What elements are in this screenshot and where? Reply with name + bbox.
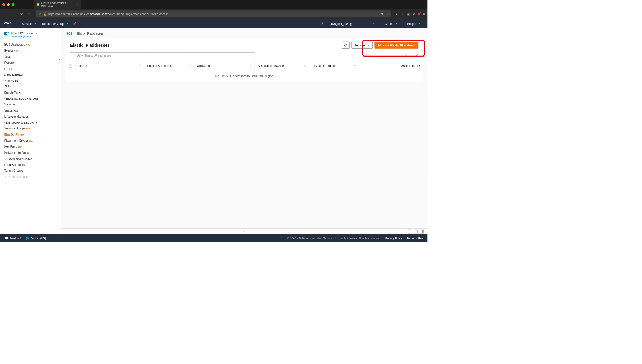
- next-page-button[interactable]: ›: [410, 54, 410, 57]
- column-header-name[interactable]: Name▽: [76, 62, 144, 70]
- table-header-row: Name▽ Public IPv4 address▽ Allocation ID…: [65, 62, 423, 70]
- main-content: EC2 › Elastic IP addresses Elastic IP ad…: [61, 28, 428, 234]
- sidebar-section-instances[interactable]: ▶INSTANCES: [0, 72, 61, 77]
- sidebar-item-bundle-tasks[interactable]: Bundle Tasks: [0, 89, 61, 95]
- forward-button[interactable]: →: [11, 11, 17, 17]
- layout-side-icon[interactable]: [420, 230, 424, 233]
- nav-region-menu[interactable]: Central▾: [382, 22, 400, 25]
- library-icon[interactable]: ⫼: [401, 12, 404, 16]
- sidebar-section-ebs[interactable]: ▼ELASTIC BLOCK STORE: [0, 95, 61, 101]
- nav-services[interactable]: Services▾: [19, 22, 39, 25]
- chevron-down-icon: ▾: [396, 22, 397, 25]
- privacy-policy-link[interactable]: Privacy Policy: [385, 237, 402, 240]
- sidebar-item-limits[interactable]: Limits: [0, 65, 61, 72]
- sidebar-section-load-balancing[interactable]: ▼LOAD BALANCING: [0, 156, 61, 161]
- column-header-private-ip[interactable]: Private IP address▽: [309, 62, 359, 70]
- refresh-button[interactable]: [342, 42, 350, 49]
- sidebar-item-lifecycle-manager[interactable]: Lifecycle Manager: [0, 113, 61, 119]
- close-tab-icon[interactable]: ×: [76, 3, 78, 6]
- feedback-link[interactable]: 💬Feedback: [5, 237, 22, 240]
- account-icon[interactable]: ◉: [412, 12, 415, 16]
- sidebar-item-security-groups[interactable]: Security GroupsNew: [0, 125, 61, 132]
- table-settings-button[interactable]: [415, 53, 418, 58]
- svg-point-2: [416, 55, 417, 56]
- chevron-down-icon: ▼: [4, 176, 6, 178]
- sidebar-item-amis[interactable]: AMIs: [0, 83, 61, 90]
- chevron-right-icon: ›: [74, 32, 75, 35]
- sidebar-item-tags[interactable]: Tags: [0, 53, 61, 60]
- sidebar-item-placement-groups[interactable]: Placement GroupsNew: [0, 137, 61, 144]
- aws-top-nav: aws Services▾ Resource Groups▾ 📌 aws_tes…: [0, 19, 428, 28]
- home-button[interactable]: ⌂: [27, 11, 31, 17]
- select-all-checkbox[interactable]: [65, 62, 76, 70]
- allocate-elastic-ip-button[interactable]: Allocate Elastic IP address: [375, 42, 419, 48]
- sidebar-item-load-balancers[interactable]: Load Balancers: [0, 161, 61, 168]
- pin-icon[interactable]: 📌: [73, 22, 77, 26]
- chevron-down-icon: ▼: [4, 158, 6, 160]
- filter-search-box[interactable]: [70, 52, 255, 59]
- sidebar-section-auto-scaling[interactable]: ▼AUTO SCALING: [0, 173, 61, 179]
- notifications-icon[interactable]: [320, 22, 323, 26]
- chevron-down-icon: ▾: [35, 22, 36, 25]
- browser-toolbar: ← → ⟳ ⌂ ⛉ 🔒 https://ca-central-1.console…: [0, 9, 428, 19]
- sidebar-item-snapshots[interactable]: Snapshots: [0, 107, 61, 114]
- new-experience-feedback-link[interactable]: Tell us what you think: [11, 35, 39, 38]
- filter-input[interactable]: [77, 54, 252, 57]
- shield-icon: ⛉: [38, 12, 41, 16]
- column-header-associated-instance[interactable]: Associated instance ID▽: [255, 62, 309, 70]
- sidebar-item-network-interfaces[interactable]: Network Interfaces: [0, 149, 61, 156]
- svg-line-1: [75, 56, 75, 57]
- sidebar-item-events[interactable]: EventsNew: [0, 47, 61, 53]
- sort-icon: ▽: [139, 65, 141, 67]
- reload-button[interactable]: ⟳: [19, 11, 24, 17]
- sidebar-item-volumes[interactable]: Volumes: [0, 101, 61, 107]
- chevron-down-icon: ▼: [3, 122, 5, 124]
- detail-pane-resize-handle[interactable]: [61, 228, 428, 234]
- language-selector[interactable]: 🌐English (US): [26, 237, 46, 240]
- bookmark-star-icon[interactable]: ☆: [386, 12, 389, 16]
- column-header-public-ipv4[interactable]: Public IPv4 address▽: [144, 62, 194, 70]
- breadcrumb: EC2 › Elastic IP addresses: [61, 28, 428, 38]
- ec2-sidebar: New EC2 Experience Tell us what you thin…: [0, 28, 61, 234]
- new-experience-toggle[interactable]: [4, 32, 9, 35]
- maximize-window-button[interactable]: [12, 3, 14, 6]
- column-header-allocation-id[interactable]: Allocation ID▽: [194, 62, 255, 70]
- nav-support-menu[interactable]: Support▾: [404, 22, 423, 25]
- browser-tabs-bar: ▣ Elastic IP addresses | EC2 Man × +: [0, 0, 428, 9]
- sort-icon: ▽: [189, 65, 191, 67]
- sidebar-item-reports[interactable]: Reports: [0, 59, 61, 65]
- chevron-down-icon: ▾: [67, 22, 68, 25]
- sidebar-item-elastic-ips[interactable]: Elastic IPsNew: [0, 132, 61, 138]
- speech-bubble-icon: 💬: [5, 237, 8, 240]
- layout-bottom-icon[interactable]: [408, 230, 412, 233]
- sidebar-icon[interactable]: ▣: [407, 12, 410, 16]
- sidebar-item-key-pairs[interactable]: Key PairsNew: [0, 144, 61, 150]
- actions-dropdown-button[interactable]: Actions▼: [352, 42, 373, 48]
- sidebar-item-target-groups[interactable]: Target Groups: [0, 168, 61, 174]
- sidebar-section-network-security[interactable]: ▼NETWORK & SECURITY: [0, 119, 61, 125]
- sidebar-section-images[interactable]: ▼IMAGES: [0, 77, 61, 83]
- prev-page-button[interactable]: ‹: [402, 54, 402, 57]
- new-tab-button[interactable]: +: [84, 2, 86, 6]
- nav-resource-groups[interactable]: Resource Groups▾: [39, 22, 71, 25]
- column-header-association-id[interactable]: Association ID: [359, 62, 423, 70]
- browser-tab[interactable]: ▣ Elastic IP addresses | EC2 Man ×: [34, 0, 81, 9]
- layout-bottom-alt-icon[interactable]: [414, 230, 418, 233]
- sidebar-collapse-button[interactable]: ◀: [57, 56, 61, 63]
- tracking-protection-icon[interactable]: ⛊: [381, 12, 384, 16]
- url-more-icon[interactable]: •••: [375, 12, 379, 16]
- terms-of-use-link[interactable]: Terms of Use: [407, 237, 423, 240]
- close-window-button[interactable]: [2, 3, 5, 6]
- extension-icon[interactable]: ▪4: [418, 13, 420, 15]
- minimize-window-button[interactable]: [7, 3, 10, 6]
- aws-logo[interactable]: aws: [4, 21, 13, 26]
- nav-user-menu[interactable]: aws_test_234 @▾: [327, 22, 378, 25]
- panel-title: Elastic IP addresses: [70, 43, 110, 48]
- sidebar-item-ec2-dashboard[interactable]: EC2 DashboardNew: [0, 41, 61, 48]
- menu-icon[interactable]: ≡: [423, 12, 425, 16]
- url-bar[interactable]: ⛉ 🔒 https://ca-central-1.console.aws.ama…: [36, 10, 391, 17]
- breadcrumb-ec2-link[interactable]: EC2: [66, 32, 72, 35]
- chevron-down-icon: ▾: [373, 22, 375, 25]
- downloads-icon[interactable]: ⭳: [395, 12, 398, 16]
- back-button[interactable]: ←: [3, 11, 9, 17]
